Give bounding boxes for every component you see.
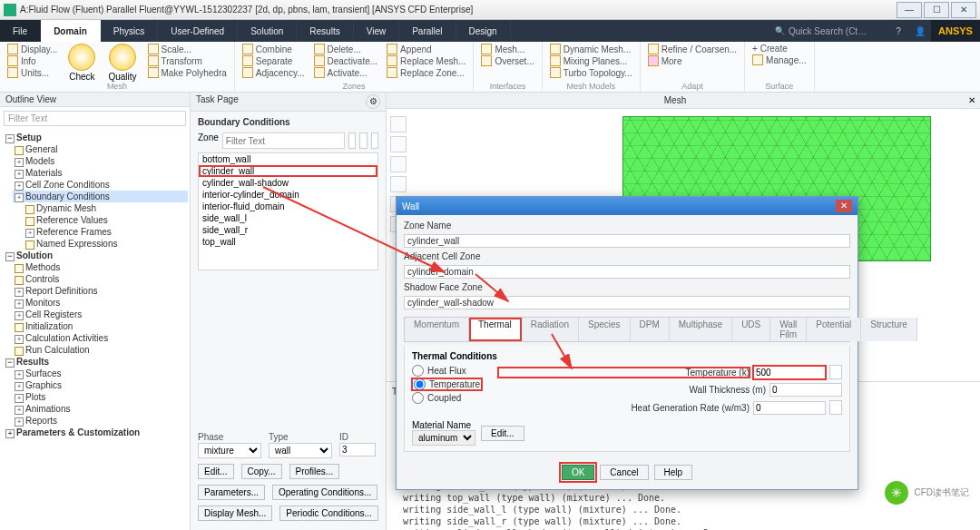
tree-refframes[interactable]: Reference Frames bbox=[24, 226, 188, 238]
ribbon-check[interactable]: Check bbox=[64, 44, 99, 82]
ribbon-more[interactable]: More bbox=[646, 55, 739, 66]
tree-solution[interactable]: Solution bbox=[4, 250, 188, 261]
tree-general[interactable]: General bbox=[13, 143, 188, 155]
zone-filter-btn3[interactable] bbox=[371, 132, 378, 149]
minimize-button[interactable]: — bbox=[897, 2, 922, 18]
tree-plots[interactable]: Plots bbox=[13, 391, 188, 403]
ribbon-info[interactable]: Info bbox=[5, 55, 59, 66]
ribbon-delete[interactable]: Delete... bbox=[312, 44, 380, 54]
zone-item[interactable]: bottom_wall bbox=[199, 153, 377, 165]
ribbon-adjacency[interactable]: Adjacency... bbox=[240, 67, 307, 78]
tree-anim[interactable]: Animations bbox=[13, 403, 188, 415]
dropdown-icon[interactable] bbox=[829, 365, 842, 379]
zone-item-selected[interactable]: cylinder_wall bbox=[199, 165, 377, 177]
tree-models[interactable]: Models bbox=[13, 155, 188, 167]
tree-boundary[interactable]: Boundary Conditions bbox=[13, 191, 188, 202]
tab-structure[interactable]: Structure bbox=[861, 318, 917, 341]
ribbon-separate[interactable]: Separate bbox=[240, 55, 307, 66]
dialog-close-icon[interactable]: ✕ bbox=[836, 200, 852, 212]
menu-view[interactable]: View bbox=[354, 20, 400, 42]
menu-domain[interactable]: Domain bbox=[41, 20, 101, 42]
help-button[interactable]: Help bbox=[654, 465, 693, 480]
material-edit-button[interactable]: Edit... bbox=[481, 426, 524, 441]
tree-controls[interactable]: Controls bbox=[13, 273, 188, 285]
radio-heatflux[interactable]: Heat Flux bbox=[412, 365, 482, 377]
tree-refvals[interactable]: Reference Values bbox=[24, 214, 188, 226]
ribbon-units[interactable]: Units... bbox=[5, 67, 59, 78]
user-icon[interactable]: 👤 bbox=[909, 20, 931, 42]
ok-button[interactable]: OK bbox=[562, 465, 594, 480]
ribbon-surface-create[interactable]: + Create bbox=[750, 44, 808, 54]
ribbon-refine[interactable]: Refine / Coarsen... bbox=[646, 44, 739, 54]
tab-wallfilm[interactable]: Wall Film bbox=[770, 318, 807, 341]
tree-runcalc[interactable]: Run Calculation bbox=[13, 344, 188, 356]
tab-potential[interactable]: Potential bbox=[807, 318, 861, 341]
zone-filter-btn2[interactable] bbox=[359, 132, 367, 149]
type-select[interactable]: wall bbox=[269, 443, 332, 458]
radio-temperature[interactable]: Temperature bbox=[412, 378, 482, 390]
ribbon-makepoly[interactable]: Make Polyhedra bbox=[146, 67, 229, 78]
ribbon-replacezone[interactable]: Replace Zone... bbox=[385, 67, 467, 78]
menu-results[interactable]: Results bbox=[297, 20, 353, 42]
tab-multiphase[interactable]: Multiphase bbox=[670, 318, 732, 341]
close-button[interactable]: ✕ bbox=[951, 2, 976, 18]
ribbon-interfaces-mesh[interactable]: Mesh... bbox=[479, 44, 535, 54]
material-select[interactable]: aluminum bbox=[412, 430, 475, 446]
zone-item[interactable]: interior-cylinder_domain bbox=[199, 189, 377, 201]
taskpage-gear-icon[interactable]: ⚙ bbox=[366, 94, 380, 109]
copy-button[interactable]: Copy... bbox=[241, 464, 282, 479]
tree-calcact[interactable]: Calculation Activities bbox=[13, 332, 188, 344]
profiles-button[interactable]: Profiles... bbox=[289, 464, 340, 479]
tree-graphics[interactable]: Graphics bbox=[13, 379, 188, 391]
tree-surfaces[interactable]: Surfaces bbox=[13, 368, 188, 379]
tree-cellzone[interactable]: Cell Zone Conditions bbox=[13, 179, 188, 191]
viewport-tool[interactable] bbox=[390, 116, 407, 132]
menu-design[interactable]: Design bbox=[456, 20, 511, 42]
tree-namedexpr[interactable]: Named Expressions bbox=[24, 238, 188, 250]
heat-gen-input[interactable] bbox=[753, 401, 826, 415]
ribbon-deactivate[interactable]: Deactivate... bbox=[312, 55, 380, 66]
cancel-button[interactable]: Cancel bbox=[600, 465, 648, 480]
ribbon-display[interactable]: Display... bbox=[5, 44, 59, 54]
zone-list[interactable]: bottom_wall cylinder_wall cylinder_wall-… bbox=[198, 152, 378, 270]
tree-params[interactable]: Parameters & Customization bbox=[4, 427, 188, 438]
ribbon-turbo[interactable]: Turbo Topology... bbox=[548, 67, 634, 78]
zone-item[interactable]: top_wall bbox=[199, 236, 377, 248]
tree-init[interactable]: Initialization bbox=[13, 320, 188, 332]
mesh-close-icon[interactable]: ✕ bbox=[964, 95, 980, 105]
zone-filter-input[interactable] bbox=[222, 132, 345, 149]
tree-dynmesh[interactable]: Dynamic Mesh bbox=[24, 202, 188, 214]
zone-item[interactable]: side_wall_r bbox=[199, 224, 377, 236]
temperature-input[interactable] bbox=[753, 366, 826, 379]
displaymesh-button[interactable]: Display Mesh... bbox=[198, 505, 272, 521]
tree-monitors[interactable]: Monitors bbox=[13, 297, 188, 309]
tree-materials[interactable]: Materials bbox=[13, 167, 188, 179]
tab-uds[interactable]: UDS bbox=[732, 318, 770, 341]
periodic-button[interactable]: Periodic Conditions... bbox=[279, 505, 378, 521]
tree-setup[interactable]: Setup bbox=[4, 132, 188, 143]
tab-thermal[interactable]: Thermal bbox=[469, 318, 522, 341]
tree-reports[interactable]: Reports bbox=[13, 415, 188, 427]
viewport-tool[interactable] bbox=[390, 136, 407, 152]
zone-item[interactable]: side_wall_l bbox=[199, 212, 377, 224]
menu-parallel[interactable]: Parallel bbox=[399, 20, 456, 42]
ribbon-combine[interactable]: Combine bbox=[240, 44, 307, 54]
radio-coupled[interactable]: Coupled bbox=[412, 392, 482, 404]
zone-filter-btn1[interactable] bbox=[348, 132, 356, 149]
opcond-button[interactable]: Operating Conditions... bbox=[272, 485, 377, 500]
menu-physics[interactable]: Physics bbox=[101, 20, 158, 42]
maximize-button[interactable]: ☐ bbox=[924, 2, 949, 18]
phase-select[interactable]: mixture bbox=[198, 443, 261, 458]
ribbon-activate[interactable]: Activate... bbox=[312, 67, 380, 78]
ribbon-replacemesh[interactable]: Replace Mesh... bbox=[385, 55, 467, 66]
tab-radiation[interactable]: Radiation bbox=[522, 318, 579, 341]
mesh-tab-title[interactable]: Mesh bbox=[387, 95, 964, 105]
parameters-button[interactable]: Parameters... bbox=[198, 485, 265, 500]
tree-cellreg[interactable]: Cell Registers bbox=[13, 309, 188, 320]
tree-methods[interactable]: Methods bbox=[13, 261, 188, 273]
ribbon-surface-manage[interactable]: Manage... bbox=[750, 54, 808, 65]
dropdown-icon[interactable] bbox=[829, 400, 842, 415]
edit-button[interactable]: Edit... bbox=[198, 464, 234, 479]
menu-userdefined[interactable]: User-Defined bbox=[158, 20, 238, 42]
id-field[interactable] bbox=[339, 443, 376, 456]
